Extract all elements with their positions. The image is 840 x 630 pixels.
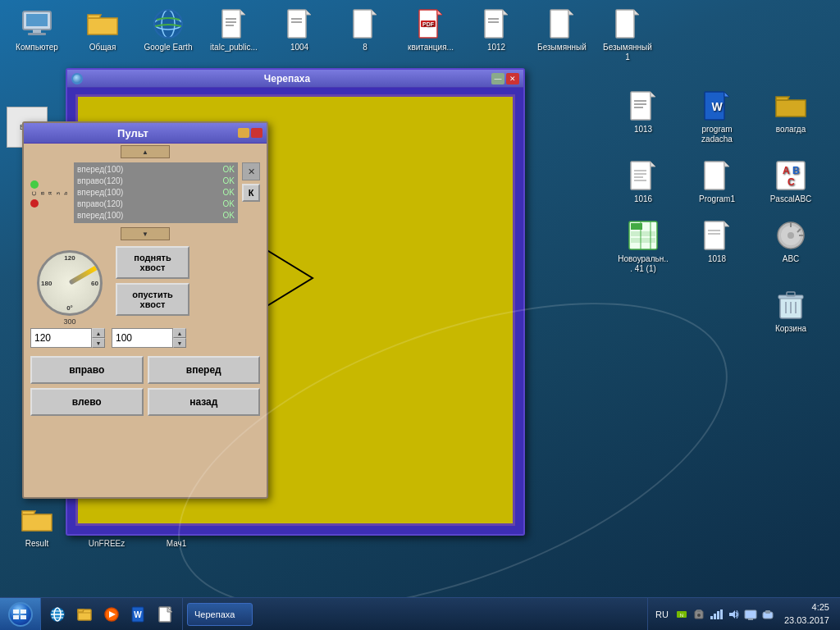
language-indicator[interactable]: RU: [652, 609, 672, 619]
compass-label-top: 120: [64, 254, 75, 262]
scroll-down[interactable]: ▼: [24, 226, 267, 242]
move-back-button[interactable]: назад: [148, 388, 261, 416]
desktop-icon-novouralsk[interactable]: Новоуральн... 41 (1): [614, 216, 672, 277]
desktop-icon-1012[interactable]: 1012: [468, 4, 525, 56]
desktop: Компьютер Общая: [0, 0, 840, 630]
distance-input[interactable]: [112, 328, 173, 348]
desktop-icon-program-zadacha-label: program zadacha: [692, 125, 742, 144]
start-button[interactable]: [0, 598, 41, 630]
svg-rect-39: [631, 162, 651, 189]
desktop-icon-pascalabc[interactable]: A B C PascalABC: [762, 156, 819, 208]
tray-nvidia-icon[interactable]: N: [674, 607, 689, 622]
turn-left-button[interactable]: влево: [30, 388, 144, 416]
taskbar-cherepaha-btn[interactable]: Черепаха: [187, 603, 253, 626]
desktop-icon-kvitanciya[interactable]: PDF квитанция...: [402, 4, 459, 56]
desktop-icon-obshaya[interactable]: Общая: [74, 4, 131, 56]
svg-marker-14: [306, 10, 311, 15]
svg-rect-118: [765, 610, 770, 614]
svg-marker-18: [372, 10, 377, 15]
scroll-up[interactable]: ▲: [24, 144, 267, 160]
desktop-icon-korzina[interactable]: Корзина: [762, 285, 819, 337]
raise-tail-button[interactable]: поднять хвост: [116, 246, 189, 279]
compass-dial: 120 60 0° 180: [37, 250, 103, 316]
desktop-icon-google-earth[interactable]: Google Earth: [139, 4, 197, 56]
desktop-icon-1016[interactable]: 1016: [614, 156, 672, 208]
desktop-icon-korzina-label: Корзина: [775, 324, 806, 334]
svg-rect-113: [720, 609, 723, 619]
desktop-icon-1018[interactable]: 1018: [688, 216, 746, 277]
taskbar-media-btn[interactable]: [99, 602, 124, 627]
desktop-icon-bezymyannyy1-label: Безымянный: [537, 43, 587, 52]
svg-rect-8: [222, 10, 240, 38]
desktop-icon-volagda[interactable]: волагда: [762, 86, 819, 148]
svg-rect-112: [717, 611, 719, 619]
main-window-minimize[interactable]: —: [491, 73, 504, 84]
svg-marker-24: [503, 10, 508, 15]
desktop-icon-bezymyannyy1[interactable]: Безымянный: [533, 4, 591, 56]
taskbar-doc-btn[interactable]: [153, 602, 178, 627]
distance-down-btn[interactable]: ▼: [173, 338, 186, 348]
spinner-angle: ▲ ▼: [30, 328, 105, 348]
windows-orb[interactable]: [8, 602, 33, 627]
desktop-icon-1004[interactable]: 1004: [271, 4, 328, 56]
desktop-icon-8-label: 8: [363, 43, 368, 52]
svg-text:W: W: [711, 100, 723, 113]
desktop-icon-1016-label: 1016: [634, 194, 652, 204]
desktop-icon-unfreez-label: UnFREEz: [89, 539, 125, 549]
log-row-4: вправо(120) OK: [77, 199, 235, 210]
pult-minimize[interactable]: [238, 128, 249, 138]
taskbar-word-btn[interactable]: W: [126, 602, 151, 627]
svg-text:C: C: [788, 176, 795, 188]
svg-rect-57: [705, 221, 724, 249]
desktop-icon-program-zadacha[interactable]: W program zadacha: [688, 86, 746, 148]
pult-titlebar: Пульт: [24, 123, 267, 144]
angle-up-btn[interactable]: ▲: [92, 328, 105, 338]
desktop-icon-obshaya-label: Общая: [89, 43, 116, 52]
spinner-distance: ▲ ▼: [112, 328, 186, 348]
desktop-icon-8[interactable]: 8: [336, 4, 394, 56]
distance-up-btn[interactable]: ▲: [173, 328, 186, 338]
desktop-icon-bezymyannyy2[interactable]: Безымянный 1: [599, 4, 656, 66]
distance-spinner-btns: ▲ ▼: [173, 328, 186, 348]
desktop-icon-computer[interactable]: Компьютер: [8, 4, 66, 56]
main-window-close[interactable]: ✕: [506, 73, 519, 84]
desktop-icon-1013[interactable]: 1013: [614, 86, 672, 148]
desktop-icons-right: 1013 W program zadacha волагда: [610, 82, 832, 341]
status-dot-green: [30, 180, 39, 189]
tray-security-icon[interactable]: [692, 607, 706, 622]
desktop-icon-abc[interactable]: ABC: [762, 216, 819, 277]
pult-action-buttons: поднять хвост опустить хвост: [116, 246, 189, 316]
tray-network-icon[interactable]: [709, 607, 724, 622]
tray-display-icon[interactable]: [743, 607, 758, 622]
desktop-icon-1012-label: 1012: [487, 43, 505, 52]
desktop-icon-program1[interactable]: Program1: [688, 156, 746, 208]
lower-tail-button[interactable]: опустить хвост: [116, 283, 189, 316]
taskbar-ie-btn[interactable]: [45, 602, 70, 627]
log-clear-btn[interactable]: ✕: [242, 162, 260, 180]
log-row-5: вперед(100) OK: [77, 210, 235, 221]
svg-marker-46: [724, 162, 729, 167]
pult-close[interactable]: [251, 128, 262, 138]
nav-buttons: вправо вперед влево назад: [24, 352, 267, 420]
k-button[interactable]: К: [242, 184, 260, 202]
tray-power-icon[interactable]: [760, 607, 775, 622]
turn-right-button[interactable]: вправо: [30, 356, 144, 384]
log-row-3: вперед(100) OK: [77, 187, 235, 199]
taskbar-apps: Черепаха: [183, 598, 647, 630]
taskbar-clock[interactable]: 4:25 23.03.2017: [778, 601, 836, 627]
taskbar-explorer-btn[interactable]: [72, 602, 97, 627]
svg-marker-114: [729, 610, 735, 619]
move-forward-button[interactable]: вперед: [148, 356, 261, 384]
angle-down-btn[interactable]: ▼: [92, 338, 105, 348]
desktop-icon-bezymyannyy2-label: Безымянный 1: [602, 43, 653, 62]
log-ok-1: OK: [223, 164, 235, 176]
desktop-icon-italc[interactable]: italc_public...: [205, 4, 262, 56]
desktop-icon-google-earth-label: Google Earth: [144, 43, 193, 52]
angle-input[interactable]: [30, 328, 92, 348]
scroll-down-btn[interactable]: ▼: [121, 227, 170, 240]
desktop-icon-computer-label: Компьютер: [16, 43, 58, 52]
scroll-up-btn[interactable]: ▲: [121, 145, 170, 158]
desktop-icon-result[interactable]: Result: [8, 500, 66, 552]
desktop-icon-1018-label: 1018: [708, 254, 726, 264]
tray-volume-icon[interactable]: [726, 607, 741, 622]
